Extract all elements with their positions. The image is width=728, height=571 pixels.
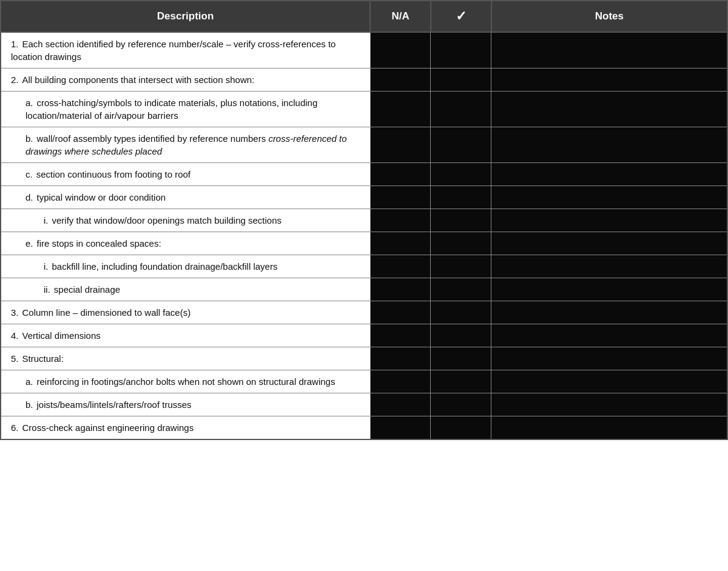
table-row: i.backfill line, including foundation dr… [1, 255, 727, 278]
row-notes [491, 186, 727, 209]
row-notes [491, 324, 727, 347]
row-description: ii.special drainage [1, 278, 370, 301]
row-prefix: a. [25, 375, 33, 388]
header-na: N/A [370, 1, 431, 32]
row-check [431, 301, 491, 324]
row-check [431, 209, 491, 232]
table-row: 4.Vertical dimensions [1, 324, 727, 347]
row-na [370, 347, 431, 370]
row-text: Each section identified by reference num… [11, 39, 335, 62]
row-prefix: 3. [11, 306, 19, 319]
row-check [431, 347, 491, 370]
table-row: a.reinforcing in footings/anchor bolts w… [1, 370, 727, 393]
row-notes [491, 32, 727, 68]
row-notes [491, 163, 727, 186]
row-na [370, 163, 431, 186]
row-na [370, 301, 431, 324]
row-notes [491, 347, 727, 370]
row-text: joists/beams/lintels/rafters/roof trusse… [37, 399, 192, 410]
row-notes [491, 255, 727, 278]
row-na [370, 416, 431, 440]
row-text-plain: wall/roof assembly types identified by r… [37, 133, 269, 144]
table-row: c.section continuous from footing to roo… [1, 163, 727, 186]
row-text: typical window or door condition [37, 192, 166, 202]
row-description: e.fire stops in concealed spaces: [1, 232, 370, 255]
row-notes [491, 209, 727, 232]
row-prefix: 2. [11, 73, 19, 86]
row-text: fire stops in concealed spaces: [37, 238, 161, 249]
row-na [370, 186, 431, 209]
row-na [370, 92, 431, 127]
row-na [370, 278, 431, 301]
table-row: a.cross-hatching/symbols to indicate mat… [1, 92, 727, 127]
row-check [431, 127, 491, 163]
row-check [431, 32, 491, 68]
header-description: Description [1, 1, 370, 32]
table-row: b.joists/beams/lintels/rafters/roof trus… [1, 393, 727, 416]
table-row: 5.Structural: [1, 347, 727, 370]
row-na [370, 255, 431, 278]
row-text: Column line – dimensioned to wall face(s… [22, 307, 191, 318]
table-row: 2.All building components that intersect… [1, 68, 727, 92]
row-notes [491, 68, 727, 92]
row-check [431, 324, 491, 347]
row-na [370, 68, 431, 92]
row-na [370, 370, 431, 393]
row-prefix: i. [44, 260, 49, 273]
row-description: b.wall/roof assembly types identified by… [1, 127, 370, 163]
row-text: special drainage [54, 284, 120, 295]
row-notes [491, 301, 727, 324]
row-text: verify that window/door openings match b… [52, 215, 282, 225]
row-na [370, 32, 431, 68]
row-text: All building components that intersect w… [22, 75, 255, 85]
row-description: a.cross-hatching/symbols to indicate mat… [1, 92, 370, 127]
row-na [370, 127, 431, 163]
row-description: 6.Cross-check against engineering drawin… [1, 416, 370, 440]
table-row: e.fire stops in concealed spaces: [1, 232, 727, 255]
row-check [431, 163, 491, 186]
row-description: i.verify that window/door openings match… [1, 209, 370, 232]
table-row: 1.Each section identified by reference n… [1, 32, 727, 68]
row-check [431, 370, 491, 393]
row-prefix: 1. [11, 38, 19, 50]
row-na [370, 393, 431, 416]
table-row: d.typical window or door condition [1, 186, 727, 209]
row-description: 5.Structural: [1, 347, 370, 370]
row-text: Vertical dimensions [22, 330, 101, 341]
row-check [431, 186, 491, 209]
row-description: i.backfill line, including foundation dr… [1, 255, 370, 278]
table-row: ii.special drainage [1, 278, 727, 301]
row-notes [491, 127, 727, 163]
row-na [370, 209, 431, 232]
row-text: cross-hatching/symbols to indicate mater… [25, 98, 317, 121]
row-check [431, 232, 491, 255]
row-text: reinforcing in footings/anchor bolts whe… [37, 376, 335, 387]
row-na [370, 232, 431, 255]
table-row: 6.Cross-check against engineering drawin… [1, 416, 727, 440]
row-description: 2.All building components that intersect… [1, 68, 370, 92]
row-prefix: b. [25, 132, 33, 145]
header-check: ✓ [431, 1, 491, 32]
row-prefix: d. [25, 191, 33, 204]
row-check [431, 416, 491, 440]
row-prefix: e. [25, 237, 33, 250]
table-row: b.wall/roof assembly types identified by… [1, 127, 727, 163]
row-notes [491, 393, 727, 416]
row-notes [491, 416, 727, 440]
row-prefix: a. [25, 96, 33, 109]
row-description: 3.Column line – dimensioned to wall face… [1, 301, 370, 324]
row-notes [491, 232, 727, 255]
header-notes: Notes [491, 1, 727, 32]
row-check [431, 255, 491, 278]
header-checkmark: ✓ [456, 8, 467, 24]
row-prefix: ii. [44, 283, 50, 296]
table-row: i.verify that window/door openings match… [1, 209, 727, 232]
row-check [431, 68, 491, 92]
row-notes [491, 370, 727, 393]
table-row: 3.Column line – dimensioned to wall face… [1, 301, 727, 324]
row-description: 4.Vertical dimensions [1, 324, 370, 347]
row-prefix: i. [44, 214, 49, 227]
row-prefix: 5. [11, 352, 19, 365]
row-na [370, 324, 431, 347]
row-prefix: c. [25, 168, 33, 181]
